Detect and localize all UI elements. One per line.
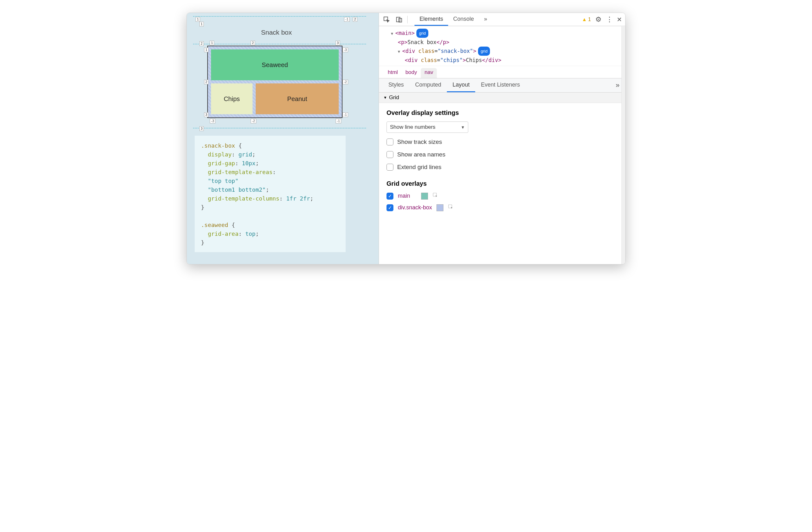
target-icon[interactable] <box>432 192 438 199</box>
tab-elements[interactable]: Elements <box>415 13 448 26</box>
checkbox[interactable] <box>387 164 393 171</box>
overlay-settings-heading: Overlay display settings <box>387 109 618 116</box>
snack-box-grid: Seaweed Chips Peanut <box>207 46 343 118</box>
select-value: Show line numbers <box>390 124 436 130</box>
close-icon[interactable]: ✕ <box>617 16 622 23</box>
grid-overlays-heading: Grid overlays <box>387 180 618 187</box>
grid-number: -2 <box>251 119 256 123</box>
grid-number: 1 <box>210 41 214 45</box>
color-swatch[interactable] <box>436 204 444 211</box>
checkbox-checked[interactable]: ✓ <box>387 204 393 211</box>
checkbox[interactable] <box>387 151 393 158</box>
subtab-more[interactable]: » <box>614 79 621 91</box>
grid-number: 2 <box>199 41 204 46</box>
overlay-name[interactable]: main <box>398 193 417 199</box>
devtools-window: 1 -1 2 1 2 3 Snack box Seaweed Chips Pea… <box>187 13 625 264</box>
grid-number: -1 <box>343 112 348 117</box>
grid-number: -3 <box>343 47 348 52</box>
grid-number: 2 <box>204 80 208 84</box>
cell-seaweed: Seaweed <box>211 50 339 80</box>
line-numbers-select[interactable]: Show line numbers ▼ <box>387 122 468 133</box>
tab-more[interactable]: » <box>479 13 492 26</box>
scrollbar[interactable] <box>621 26 625 264</box>
grid-number: 1 <box>195 17 200 22</box>
grid-number: 1 <box>204 47 208 52</box>
warning-count: 1 <box>588 17 591 22</box>
tab-console[interactable]: Console <box>448 13 479 26</box>
devtools-panel: Elements Console » ▲ 1 ⚙ ⋮ ✕ ▼<main>grid… <box>379 13 625 264</box>
grid-number: 3 <box>336 41 340 45</box>
checkbox-checked[interactable]: ✓ <box>387 193 393 199</box>
device-toggle-icon[interactable] <box>395 15 404 24</box>
grid-line-horizontal <box>193 16 366 17</box>
cell-chips: Chips <box>211 83 252 114</box>
warning-badge[interactable]: ▲ 1 <box>582 17 591 22</box>
option-label: Extend grid lines <box>397 164 441 171</box>
page-preview: 1 -1 2 1 2 3 Snack box Seaweed Chips Pea… <box>187 13 379 264</box>
warning-icon: ▲ <box>582 17 587 22</box>
grid-number: 1 <box>199 22 204 26</box>
grid-number: -3 <box>210 119 215 123</box>
grid-number: 3 <box>204 112 208 117</box>
cell-peanut: Peanut <box>256 83 339 114</box>
crumb-html[interactable]: html <box>384 68 402 78</box>
inspect-icon[interactable] <box>382 15 391 24</box>
layout-panel-body: Overlay display settings Show line numbe… <box>379 103 625 264</box>
grid-number: -1 <box>336 119 341 123</box>
svg-rect-1 <box>396 17 400 22</box>
grid-number: 2 <box>251 41 255 45</box>
section-grid-header[interactable]: ▼ Grid <box>379 93 625 103</box>
crumb-body[interactable]: body <box>402 68 421 78</box>
breadcrumb: html body nav <box>379 66 625 79</box>
elements-dom-tree[interactable]: ▼<main>grid <p>Snack box</p> ▼<div class… <box>379 26 625 66</box>
grid-number: -1 <box>344 17 350 22</box>
styles-subtabs: Styles Computed Layout Event Listeners » <box>379 79 625 93</box>
grid-badge[interactable]: grid <box>478 46 490 56</box>
devtools-toolbar: Elements Console » ▲ 1 ⚙ ⋮ ✕ <box>379 13 625 26</box>
css-code-block: .snack-box { display: grid; grid-gap: 10… <box>195 136 346 252</box>
option-label: Show area names <box>397 151 445 158</box>
option-label: Show track sizes <box>397 139 442 145</box>
grid-number: 3 <box>199 126 204 131</box>
grid-number: 2 <box>353 17 357 22</box>
checkbox[interactable] <box>387 139 393 145</box>
chevron-down-icon: ▼ <box>461 125 465 130</box>
target-icon[interactable] <box>448 204 453 211</box>
section-title: Grid <box>389 95 399 101</box>
gear-icon[interactable]: ⚙ <box>595 15 601 24</box>
grid-number: -2 <box>343 80 348 84</box>
option-track-sizes[interactable]: Show track sizes <box>387 139 618 145</box>
overlay-name[interactable]: div.snack-box <box>398 204 432 211</box>
subtab-event-listeners[interactable]: Event Listeners <box>475 79 525 92</box>
subtab-styles[interactable]: Styles <box>383 79 409 92</box>
subtab-layout[interactable]: Layout <box>447 79 475 92</box>
subtab-computed[interactable]: Computed <box>409 79 447 92</box>
overlay-main: ✓ main <box>387 192 618 199</box>
crumb-nav[interactable]: nav <box>421 68 437 78</box>
overlay-snack-box: ✓ div.snack-box <box>387 204 618 211</box>
grid-badge[interactable]: grid <box>416 29 428 38</box>
option-extend-lines[interactable]: Extend grid lines <box>387 164 618 171</box>
preview-title: Snack box <box>195 29 358 36</box>
color-swatch[interactable] <box>421 193 428 199</box>
option-area-names[interactable]: Show area names <box>387 151 618 158</box>
kebab-menu-icon[interactable]: ⋮ <box>606 15 612 24</box>
devtools-main-tabs: Elements Console » <box>415 13 578 26</box>
